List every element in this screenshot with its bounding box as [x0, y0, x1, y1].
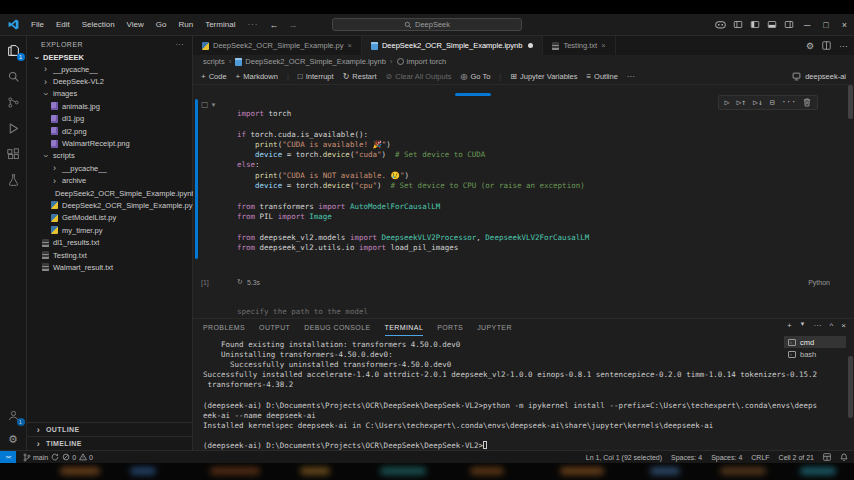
- bell-icon[interactable]: [840, 453, 848, 462]
- toolbar-jupyter-variables[interactable]: ⊞Jupyter Variables: [510, 72, 577, 81]
- panel-tab-debug-console[interactable]: DEBUG CONSOLE: [304, 319, 370, 336]
- new-terminal-icon[interactable]: +: [787, 321, 792, 330]
- editor-scrollbar[interactable]: [848, 85, 853, 119]
- toolbar--[interactable]: ···: [627, 72, 635, 81]
- toolbar-interrupt[interactable]: □Interrupt: [298, 72, 334, 81]
- back-icon[interactable]: ←: [264, 20, 283, 30]
- execute-below-icon[interactable]: ▷↓: [753, 98, 763, 107]
- menu-go[interactable]: Go: [150, 20, 173, 29]
- toolbar-restart[interactable]: ↻Restart: [343, 72, 377, 81]
- copilot-icon[interactable]: [715, 20, 726, 29]
- explorer-more-icon[interactable]: ···: [176, 41, 185, 48]
- tree-item[interactable]: dl1_results.txt: [27, 236, 192, 248]
- tree-item[interactable]: ›DeepSeek-VL2: [27, 75, 192, 87]
- status-cell-2-of-21[interactable]: Cell 2 of 21: [779, 454, 814, 461]
- status-spaces-4[interactable]: Spaces: 4: [671, 454, 702, 461]
- rerun-icon[interactable]: ↻: [237, 278, 243, 286]
- tree-item[interactable]: ›__pycache__: [27, 162, 192, 174]
- tree-item[interactable]: GetModelList.py: [27, 212, 192, 224]
- sync-icon[interactable]: [51, 453, 59, 461]
- branch-item[interactable]: main: [23, 453, 48, 462]
- section-outline[interactable]: ›OUTLINE: [27, 422, 192, 436]
- modified-dot-icon[interactable]: [528, 43, 533, 48]
- explorer-icon[interactable]: 1: [7, 44, 20, 57]
- toolbar-outline[interactable]: ≡Outline: [586, 72, 617, 81]
- split-cell-icon[interactable]: ⊟: [770, 98, 775, 107]
- cell-editor[interactable]: import torch if torch.cuda.is_available(…: [237, 109, 840, 253]
- menu-edit[interactable]: Edit: [50, 20, 76, 29]
- terminal-instance-bash[interactable]: ›bash: [784, 348, 846, 360]
- section-timeline[interactable]: ›TIMELINE: [27, 436, 192, 450]
- errors-item[interactable]: 0: [62, 453, 76, 461]
- tree-item[interactable]: Testing.txt: [27, 249, 192, 261]
- close-tab-icon[interactable]: ×: [348, 41, 352, 50]
- tree-item[interactable]: Walmart_result.txt: [27, 261, 192, 273]
- panel-tab-output[interactable]: OUTPUT: [259, 319, 290, 336]
- menu-run[interactable]: Run: [172, 20, 199, 29]
- settings-gear-icon[interactable]: ⚙: [8, 434, 18, 444]
- tree-item[interactable]: WalmartReceipt.png: [27, 137, 192, 149]
- tree-item[interactable]: DeepSeek2_OCR_Simple_Example.ipynb: [27, 187, 192, 199]
- toggle-secondary-sidebar-icon[interactable]: [784, 20, 794, 29]
- tree-item[interactable]: my_timer.py: [27, 224, 192, 236]
- panel-more-icon[interactable]: ···: [814, 321, 822, 330]
- account-icon[interactable]: 1: [7, 409, 20, 422]
- next-cell-preview[interactable]: specify the path to the model: [237, 307, 368, 316]
- toggle-sidebar-icon[interactable]: [750, 20, 760, 29]
- cell-language[interactable]: Python: [808, 279, 830, 286]
- terminal-dropdown-icon[interactable]: ▼: [800, 321, 806, 330]
- maximize-panel-icon[interactable]: ^: [830, 321, 834, 330]
- menu-overflow-icon[interactable]: ···: [241, 20, 264, 29]
- status-ln-1-col-1-92-select[interactable]: Ln 1, Col 1 (92 selected): [586, 454, 662, 461]
- breadcrumb[interactable]: scripts›DeepSeek2_OCR_Simple_Example.ipy…: [193, 55, 854, 68]
- explorer-root-folder[interactable]: › DEEPSEEK: [27, 52, 192, 63]
- status-spaces-4[interactable]: Spaces: 4: [711, 454, 742, 461]
- run-by-line-icon[interactable]: ▷: [725, 98, 730, 107]
- tree-item[interactable]: animals.jpg: [27, 100, 192, 112]
- execute-above-icon[interactable]: ▷↑: [736, 98, 746, 107]
- remote-indicator[interactable]: ><: [0, 451, 16, 463]
- run-settings-icon[interactable]: ⚙: [806, 41, 814, 51]
- tree-item[interactable]: ›images: [27, 88, 192, 100]
- panel-tab-problems[interactable]: PROBLEMS: [203, 319, 245, 336]
- close-panel-icon[interactable]: ×: [841, 321, 846, 330]
- toolbar-clear-all-outputs[interactable]: ⊘Clear All Outputs: [386, 72, 452, 81]
- editor-more-icon[interactable]: ···: [839, 41, 848, 51]
- menu-selection[interactable]: Selection: [76, 20, 121, 29]
- run-debug-icon[interactable]: [7, 122, 20, 135]
- terminal-scrollbar[interactable]: [848, 356, 853, 418]
- tab-testing-txt[interactable]: Testing.txt×: [543, 36, 615, 55]
- tab-deepseek2-ocr-simple-example-py[interactable]: DeepSeek2_OCR_Simple_Example.py×: [193, 36, 362, 55]
- kernel-picker[interactable]: deepseek-ai: [792, 72, 846, 81]
- split-editor-icon[interactable]: [822, 41, 831, 50]
- breadcrumb-item[interactable]: DeepSeek2_OCR_Simple_Example.ipynb: [235, 57, 386, 66]
- search-icon[interactable]: [7, 70, 20, 83]
- tree-item[interactable]: ›archive: [27, 175, 192, 187]
- panel-tab-jupyter[interactable]: JUPYTER: [477, 319, 512, 336]
- minimize-icon[interactable]: ─: [801, 20, 813, 30]
- status-crlf[interactable]: CRLF: [751, 454, 769, 461]
- tree-item[interactable]: dl2.png: [27, 125, 192, 137]
- toolbar-markdown[interactable]: +Markdown: [236, 72, 278, 81]
- breadcrumb-item[interactable]: scripts: [203, 57, 225, 66]
- menu-terminal[interactable]: Terminal: [199, 20, 241, 29]
- menu-view[interactable]: View: [121, 20, 150, 29]
- tree-item[interactable]: ›__pycache__: [27, 63, 192, 75]
- panel-tab-ports[interactable]: PORTS: [437, 319, 463, 336]
- toggle-panel-icon[interactable]: [767, 20, 777, 29]
- tree-item[interactable]: dl1.jpg: [27, 113, 192, 125]
- layout-icon[interactable]: [823, 453, 831, 461]
- more-actions-icon[interactable]: ···: [782, 98, 796, 107]
- tree-item[interactable]: DeepSeek2_OCR_Simple_Example.py: [27, 199, 192, 211]
- code-cell[interactable]: ▢▼ ▷ ▷↑ ▷↓ ⊟ ··· import torch if torch.c…: [193, 99, 840, 253]
- testing-icon[interactable]: [7, 174, 20, 187]
- delete-cell-icon[interactable]: [803, 98, 811, 107]
- tab-deepseek2-ocr-simple-example-ipynb[interactable]: DeepSeek2_OCR_Simple_Example.ipynb: [362, 36, 544, 55]
- customize-layout-icon[interactable]: [733, 20, 743, 29]
- tree-item[interactable]: ›scripts: [27, 150, 192, 162]
- cell-collapse-control[interactable]: ▢▼: [201, 100, 217, 109]
- close-tab-icon[interactable]: ×: [601, 41, 605, 50]
- warnings-item[interactable]: 0: [79, 453, 93, 461]
- panel-tab-terminal[interactable]: TERMINAL: [385, 319, 424, 336]
- extensions-icon[interactable]: [7, 148, 20, 161]
